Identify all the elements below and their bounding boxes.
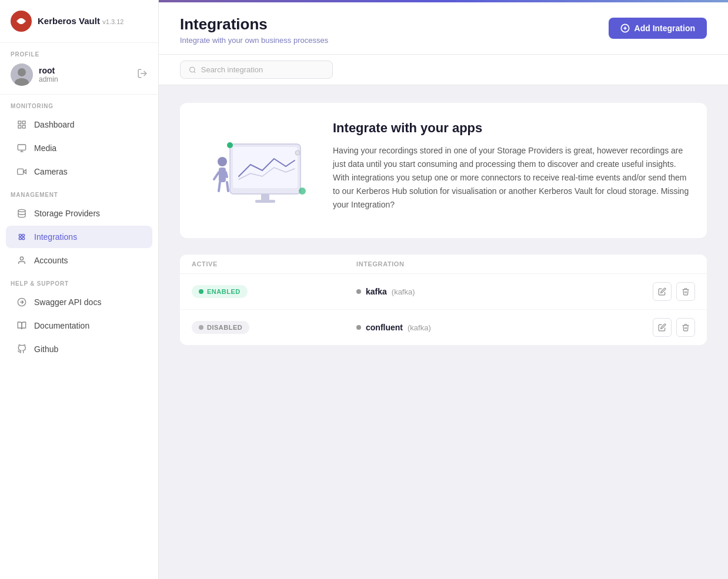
svg-rect-35 [219,168,226,182]
dashboard-label: Dashboard [34,120,75,129]
svg-point-17 [19,237,21,240]
svg-point-23 [20,257,23,260]
edit-icon-1 [658,287,666,296]
trash-icon-1 [682,287,690,296]
info-text: Integrate with your apps Having your rec… [333,121,689,212]
status-cell-1: ENABLED [192,285,356,298]
sidebar-item-cameras[interactable]: Cameras [6,160,152,183]
edit-button-2[interactable] [653,318,672,337]
col-integration: INTEGRATION [356,260,648,267]
svg-point-14 [18,209,25,212]
page-title: Integrations [180,15,328,34]
info-body: Having your recordings stored in one of … [333,144,689,212]
svg-point-3 [18,68,26,76]
help-label: HELP & SUPPORT [0,272,158,290]
profile-section: PROFILE root admin [0,43,158,95]
svg-line-36 [214,172,219,179]
status-badge-disabled: DISABLED [192,321,249,334]
sidebar-header: Kerberos Vault v1.3.12 [0,0,158,43]
svg-point-1 [18,18,24,24]
profile-label: PROFILE [11,51,148,58]
svg-point-18 [22,237,25,240]
logout-button[interactable] [137,68,148,82]
svg-rect-8 [18,125,21,128]
search-wrapper [180,61,333,79]
media-icon [16,143,27,153]
sidebar-item-accounts[interactable]: Accounts [6,249,152,272]
delete-button-1[interactable] [676,282,695,301]
integrations-icon [16,232,27,242]
status-text-2: DISABLED [207,324,242,331]
svg-line-39 [227,182,228,191]
app-version: v1.3.12 [102,18,123,25]
svg-line-37 [226,172,227,177]
sidebar-item-media[interactable]: Media [6,137,152,159]
docs-icon [16,320,27,331]
content-area: Integrate with your apps Having your rec… [159,85,728,579]
row-actions-1 [648,282,695,301]
integrations-label: Integrations [34,232,77,242]
illustration [198,121,315,220]
svg-line-29 [194,71,195,72]
edit-icon-2 [658,323,666,332]
management-label: MANAGEMENT [0,183,158,202]
storage-icon [16,208,27,219]
integrations-table: ACTIVE INTEGRATION ENABLED kafka (kafka) [180,255,707,345]
integration-dot-2 [356,325,361,330]
status-text-1: ENABLED [207,288,241,295]
row-actions-2 [648,318,695,337]
sidebar-item-integrations[interactable]: Integrations [6,226,152,248]
sidebar-item-dashboard[interactable]: Dashboard [6,113,152,136]
integration-cell-1: kafka (kafka) [356,287,648,296]
info-heading: Integrate with your apps [333,121,689,136]
svg-rect-6 [18,121,21,124]
edit-button-1[interactable] [653,282,672,301]
swagger-label: Swagger API docs [34,297,101,307]
github-icon [16,344,27,354]
status-dot-green [199,289,203,294]
page-header: Integrations Integrate with your own bus… [159,2,728,55]
github-label: Github [34,344,58,354]
sidebar-item-swagger[interactable]: Swagger API docs [6,291,152,313]
add-integration-button[interactable]: Add Integration [609,18,707,39]
integration-type-1: (kafka) [392,287,415,296]
integration-name-1: kafka [366,287,387,296]
info-section: Integrate with your apps Having your rec… [180,103,707,238]
svg-point-28 [190,67,195,72]
main-content: Integrations Integrate with your own bus… [159,0,728,579]
svg-point-15 [19,234,21,236]
dashboard-icon [16,119,27,130]
user-role: admin [39,75,58,83]
delete-button-2[interactable] [676,318,695,337]
cameras-icon [16,166,27,177]
svg-rect-10 [18,145,25,150]
status-cell-2: DISABLED [192,321,356,334]
svg-point-41 [295,150,300,155]
monitoring-label: MONITORING [0,95,158,113]
svg-rect-9 [22,125,25,128]
table-row: DISABLED confluent (kafka) [180,310,707,345]
svg-point-42 [299,188,306,195]
svg-rect-13 [18,169,24,174]
search-bar-area [159,55,728,85]
svg-point-16 [22,234,25,236]
search-icon [189,66,196,74]
status-badge-enabled: ENABLED [192,285,248,298]
docs-label: Documentation [34,321,89,330]
table-row: ENABLED kafka (kafka) [180,274,707,310]
svg-point-40 [227,142,233,148]
col-actions [648,260,695,267]
sidebar-item-storage[interactable]: Storage Providers [6,202,152,225]
svg-rect-33 [255,200,275,203]
storage-label: Storage Providers [34,209,100,218]
status-dot-gray [199,325,203,330]
trash-icon-2 [682,323,690,332]
svg-rect-7 [22,121,25,124]
sidebar-item-github[interactable]: Github [6,338,152,360]
search-input[interactable] [201,65,324,74]
swagger-icon [16,297,27,307]
sidebar-item-docs[interactable]: Documentation [6,314,152,337]
svg-point-34 [218,157,227,166]
integration-type-2: (kafka) [408,323,431,332]
plus-circle-icon [620,24,630,33]
